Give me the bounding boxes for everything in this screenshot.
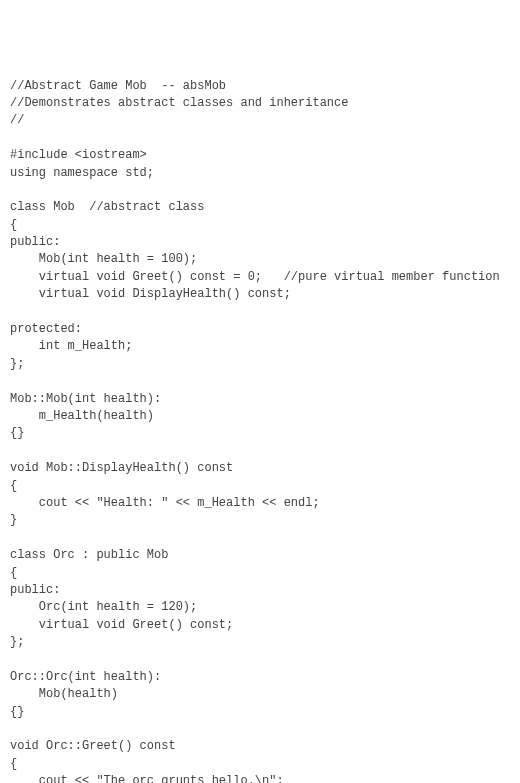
code-content: //Abstract Game Mob -- absMob //Demonstr…	[10, 79, 500, 783]
code-block: //Abstract Game Mob -- absMob //Demonstr…	[10, 78, 510, 783]
